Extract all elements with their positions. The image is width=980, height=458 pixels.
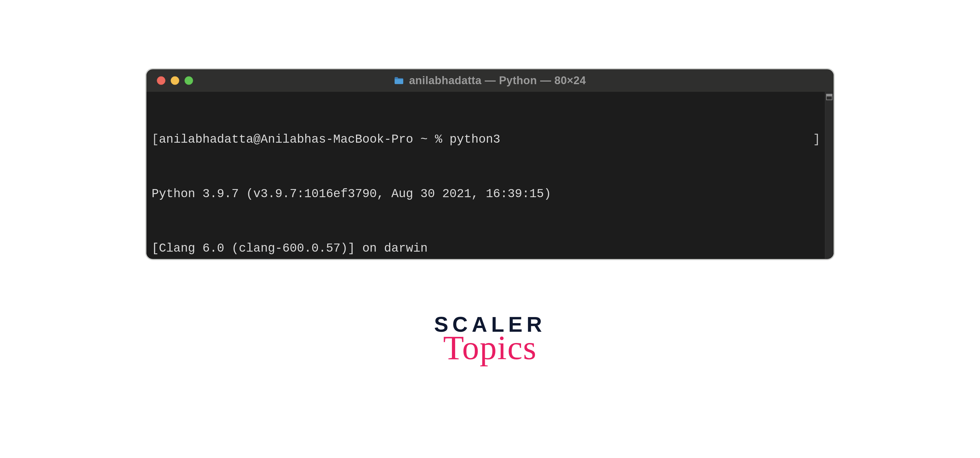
folder-icon bbox=[394, 76, 404, 84]
window-title: anilabhadatta — Python — 80×24 bbox=[409, 74, 586, 87]
bracket-open: [ bbox=[152, 130, 159, 148]
brand-logo: SCALER Topics bbox=[434, 313, 546, 364]
panel-icon bbox=[826, 93, 833, 100]
window-controls bbox=[146, 76, 193, 85]
terminal-window: anilabhadatta — Python — 80×24 [anilabha… bbox=[146, 69, 834, 259]
terminal-body[interactable]: [anilabhadatta@Anilabhas-MacBook-Pro ~ %… bbox=[146, 92, 834, 259]
terminal-line: anilabhadatta@Anilabhas-MacBook-Pro ~ % … bbox=[159, 130, 500, 148]
scrollbar[interactable] bbox=[825, 92, 834, 259]
zoom-icon[interactable] bbox=[185, 76, 193, 85]
brand-logo-bottom: Topics bbox=[434, 333, 546, 362]
terminal-text[interactable]: [anilabhadatta@Anilabhas-MacBook-Pro ~ %… bbox=[146, 92, 825, 259]
terminal-line: Python 3.9.7 (v3.9.7:1016ef3790, Aug 30 … bbox=[152, 185, 551, 203]
terminal-line: [Clang 6.0 (clang-600.0.57)] on darwin bbox=[152, 239, 428, 258]
close-icon[interactable] bbox=[157, 76, 165, 85]
titlebar[interactable]: anilabhadatta — Python — 80×24 bbox=[146, 69, 834, 92]
minimize-icon[interactable] bbox=[171, 76, 179, 85]
svg-rect-1 bbox=[826, 94, 832, 96]
bracket-close: ] bbox=[813, 130, 820, 148]
